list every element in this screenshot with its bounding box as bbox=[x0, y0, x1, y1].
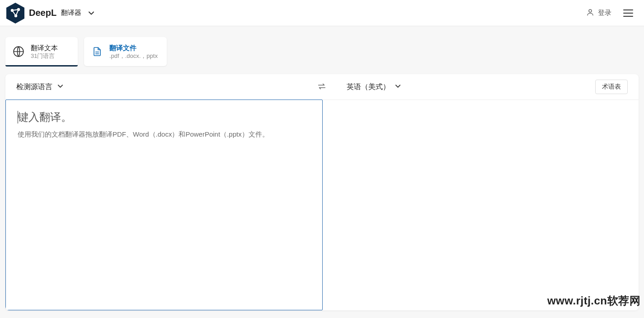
chevron-down-icon bbox=[395, 83, 401, 91]
language-bar: 检测源语言 英语（美式） bbox=[5, 74, 639, 100]
source-lang-dropdown[interactable]: 检测源语言 bbox=[16, 82, 64, 92]
mode-tabs: 翻译文本 31门语言 翻译文件 .pdf，.docx.，pptx bbox=[0, 26, 644, 66]
chevron-down-icon bbox=[88, 9, 95, 17]
watermark-text: www.rjtj.cn软荐网 bbox=[547, 294, 640, 308]
source-placeholder-main: 键入翻译。 bbox=[18, 110, 310, 124]
swap-languages-button[interactable] bbox=[317, 81, 328, 92]
login-label: 登录 bbox=[598, 9, 611, 17]
tab-subtitle: .pdf，.docx.，pptx bbox=[109, 52, 158, 60]
tab-subtitle: 31门语言 bbox=[31, 52, 58, 60]
svg-marker-0 bbox=[6, 3, 24, 24]
chevron-down-icon bbox=[57, 83, 64, 91]
glossary-button[interactable]: 术语表 bbox=[595, 80, 628, 94]
brand-name: DeepL bbox=[29, 8, 56, 18]
header-right: 登录 bbox=[586, 8, 635, 19]
tab-translate-file[interactable]: 翻译文件 .pdf，.docx.，pptx bbox=[84, 37, 167, 66]
app-header: DeepL 翻译器 登录 bbox=[0, 0, 644, 26]
source-text-input[interactable]: 键入翻译。 使用我们的文档翻译器拖放翻译PDF、Word（.docx）和Powe… bbox=[5, 100, 323, 310]
svg-point-7 bbox=[589, 9, 592, 12]
user-icon bbox=[586, 8, 594, 18]
source-lang-label: 检测源语言 bbox=[16, 82, 52, 92]
brand-subtitle: 翻译器 bbox=[61, 9, 81, 17]
source-placeholder-sub: 使用我们的文档翻译器拖放翻译PDF、Word（.docx）和PowerPoint… bbox=[18, 129, 310, 140]
translator-panel: 检测源语言 英语（美式） bbox=[5, 74, 639, 310]
deepl-logo-icon bbox=[5, 2, 25, 24]
globe-icon bbox=[13, 46, 24, 57]
text-areas: 键入翻译。 使用我们的文档翻译器拖放翻译PDF、Word（.docx）和Powe… bbox=[5, 100, 639, 310]
translator-panel-wrap: 检测源语言 英语（美式） bbox=[0, 66, 644, 310]
target-lang-label: 英语（美式） bbox=[347, 82, 390, 92]
menu-button[interactable] bbox=[621, 8, 635, 19]
login-button[interactable]: 登录 bbox=[586, 8, 611, 18]
target-text-output bbox=[322, 100, 639, 310]
tab-title: 翻译文本 bbox=[31, 43, 58, 52]
brand-dropdown[interactable]: DeepL 翻译器 bbox=[5, 2, 95, 24]
document-icon bbox=[91, 46, 103, 57]
tab-title: 翻译文件 bbox=[109, 43, 158, 52]
target-lang-dropdown[interactable]: 英语（美式） bbox=[347, 82, 401, 92]
tab-translate-text[interactable]: 翻译文本 31门语言 bbox=[5, 37, 78, 66]
